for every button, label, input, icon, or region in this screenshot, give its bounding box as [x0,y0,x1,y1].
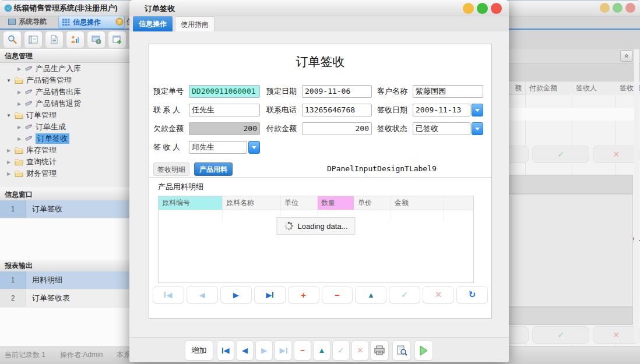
bg-post-button[interactable]: ✓ [532,326,589,344]
col-unit-price[interactable]: 单价 [354,196,391,210]
tree-item-order-mgmt[interactable]: ▼ 订单管理 [0,109,129,121]
refresh-icon: ↻ [469,289,476,300]
run-button[interactable] [414,340,433,361]
tree-item-product-production-in[interactable]: ▶ 产品生产入库 [0,63,129,75]
tool-icon [25,65,33,72]
scrollbar[interactable] [634,49,639,343]
folder-icon [15,170,23,177]
x-icon: ✕ [357,346,364,355]
window-globe-icon[interactable] [87,31,106,48]
chevron-right-icon: ▶ [16,125,22,130]
sign-date-dropdown-button[interactable] [472,104,483,116]
first-button[interactable]: ◀ [217,340,234,361]
order-date-field[interactable]: 2009-11-06 [302,85,372,98]
list-item[interactable]: 1 用料明细 [0,271,129,289]
edit-button[interactable]: ▲ [313,340,330,361]
grid-cancel-button[interactable]: ✕ [423,286,454,303]
grid-first-button[interactable]: ◀ [153,286,184,303]
maximize-button[interactable] [477,3,488,14]
last-button[interactable]: ▶ [275,340,292,361]
status-operator: 操作者:Admin [60,350,103,360]
tree-item-product-sales-out[interactable]: ▶ 产品销售出库 [0,86,129,98]
sign-status-dropdown-button[interactable] [472,122,483,135]
print-button[interactable] [370,340,389,361]
sign-status-field[interactable]: 已签收 [413,122,470,135]
tab-system-nav[interactable]: 系统导航 [5,16,50,27]
col-amount[interactable]: 金额 [391,196,444,210]
col-material-name[interactable]: 原料名称 [223,196,281,210]
document-icon[interactable] [45,31,64,48]
grid-delete-button[interactable]: − [322,286,353,303]
post-button[interactable]: ✓ [332,340,350,361]
maximize-button[interactable] [613,3,623,13]
material-grid: 原料编号 原料名称 单位 数量 单价 金额 [158,196,474,283]
search-icon[interactable] [3,31,22,48]
tree-item-inventory-mgmt[interactable]: ▶ 库存管理 [0,144,129,156]
cancel-button[interactable]: ✕ [351,340,369,361]
grid-last-button[interactable]: ▶ [254,286,286,303]
bg-post-button[interactable]: ✓ [532,146,589,163]
sign-date-field[interactable]: 2009-11-13 [413,104,470,116]
paid-amount-field[interactable]: 200 [302,122,372,135]
user-report-icon[interactable] [66,31,85,48]
phone-field[interactable]: 13265646768 [302,104,372,116]
dialog-tab-info-operate[interactable]: 信息操作 [133,16,173,31]
tool-icon [25,89,33,96]
grid-refresh-button[interactable]: ↻ [456,286,488,303]
chevron-down-icon [252,146,256,149]
bg-cancel-button[interactable]: ✕ [593,326,639,344]
tree-item-finance-mgmt[interactable]: ▶ 财务管理 [0,168,129,179]
next-button[interactable]: ▶ [255,340,273,361]
window-add-icon[interactable] [108,31,126,48]
chevron-right-icon: ▶ [6,148,12,153]
prior-icon: ◀ [199,291,205,299]
order-no-field[interactable]: DD200911060001 [189,85,260,98]
chevron-right-icon: ▶ [6,160,12,165]
grid-add-button[interactable]: + [288,286,319,303]
chevron-down-icon [475,109,480,112]
tree-item-product-sales-mgmt[interactable]: ▼ 产品销售管理 [0,75,129,86]
sidebar: 信息管理 ▶ 产品生产入库 ▼ 产品销售管理 ▶ 产品销售出库 [0,49,130,347]
tree-item-query-stats[interactable]: ▶ 查询统计 [0,156,129,168]
tree-item-product-sales-return[interactable]: ▶ 产品销售退货 [0,98,129,109]
subtab-sign-detail[interactable]: 签收明细 [153,162,189,176]
dialog-tab-user-guide[interactable]: 使用指南 [175,16,214,31]
col-unit[interactable]: 单位 [281,196,318,210]
col-quantity[interactable]: 数量 [318,196,354,210]
list-item[interactable]: 2 订单签收表 [0,289,129,308]
contact-field[interactable]: 任先生 [189,104,260,116]
list-item[interactable]: 1 订单签收 [0,200,129,218]
tree-item-order-signoff[interactable]: ▶ 订单签收 [0,133,129,144]
preview-button[interactable] [392,340,411,361]
close-button[interactable] [625,3,635,13]
check-icon: ✓ [401,289,409,300]
plus-icon: + [301,290,306,300]
add-record-button[interactable]: 增加 [185,340,213,361]
grid-post-button[interactable]: ✓ [389,286,420,303]
detail-list-icon[interactable] [24,31,43,48]
tree-item-order-create[interactable]: ▶ 订单生成 [0,121,129,133]
col-filler [444,196,473,210]
bg-cancel-button[interactable]: ✕ [593,146,639,163]
signee-dropdown-button[interactable] [248,141,260,154]
field-label-contact: 联 系 人 [153,104,180,116]
dialog-title: 订单签收 [145,3,175,14]
signee-field[interactable]: 邱先生 [189,141,247,154]
prior-button[interactable]: ◀ [236,340,254,361]
screen: 纸箱销售管理系统(非注册用户) 系统导航 信息操作 ? [0,0,640,364]
minimize-button[interactable] [600,3,610,13]
close-button[interactable] [491,3,502,14]
customer-field[interactable]: 紫藤国园 [413,85,483,98]
grid-prior-button[interactable]: ◀ [187,286,218,303]
grid-next-button[interactable]: ▶ [220,286,252,303]
dialog-toolbar: 增加 ◀ ◀ ▶ ▶ − ▲ ✓ ✕ [129,337,509,362]
grid-edit-button[interactable]: ▲ [355,286,386,303]
folder-icon [15,158,23,165]
subtab-product-material[interactable]: 产品用料 [194,162,233,176]
order-signoff-form-panel: 订单签收 预定单号 DD200911060001 预定日期 2009-11-06… [149,44,492,319]
col-material-no[interactable]: 原料编号 [159,196,223,210]
app-logo-icon [4,4,12,12]
collapse-panel-button[interactable]: « [620,50,633,62]
delete-button[interactable]: − [294,340,311,361]
minimize-button[interactable] [463,3,474,14]
